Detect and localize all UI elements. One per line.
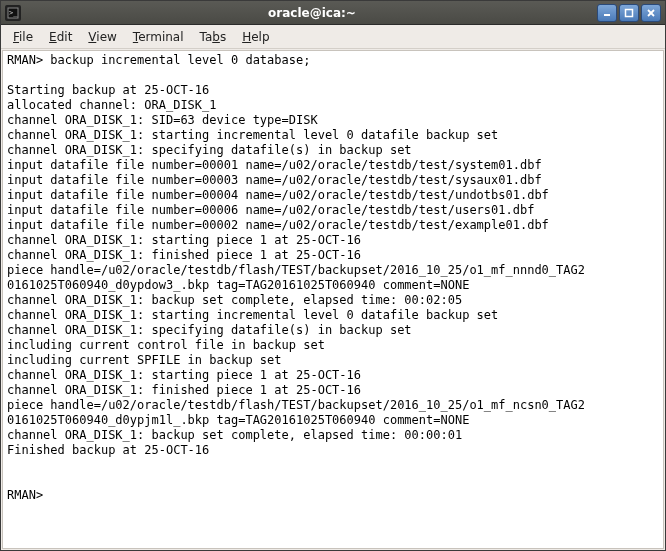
terminal-line: including current control file in backup… (7, 338, 659, 353)
terminal-line: channel ORA_DISK_1: starting incremental… (7, 308, 659, 323)
terminal-line: input datafile file number=00006 name=/u… (7, 203, 659, 218)
menu-view[interactable]: View (82, 28, 122, 46)
terminal-line: channel ORA_DISK_1: backup set complete,… (7, 293, 659, 308)
terminal-line: piece handle=/u02/oracle/testdb/flash/TE… (7, 263, 659, 278)
menu-tabs-rest: s (220, 30, 226, 44)
terminal-line: channel ORA_DISK_1: specifying datafile(… (7, 323, 659, 338)
terminal-window: >_ oracle@ica:~ File Edit View Terminal … (0, 0, 666, 551)
terminal-line: Finished backup at 25-OCT-16 (7, 443, 659, 458)
terminal-line: channel ORA_DISK_1: starting incremental… (7, 128, 659, 143)
menubar: File Edit View Terminal Tabs Help (1, 25, 665, 49)
terminal-line: input datafile file number=00003 name=/u… (7, 173, 659, 188)
terminal-line: input datafile file number=00001 name=/u… (7, 158, 659, 173)
menu-edit-rest: dit (57, 30, 73, 44)
menu-file[interactable]: File (7, 28, 39, 46)
terminal-line: input datafile file number=00002 name=/u… (7, 218, 659, 233)
terminal-line: RMAN> (7, 488, 659, 503)
terminal-line (7, 458, 659, 473)
titlebar: >_ oracle@ica:~ (1, 1, 665, 25)
menu-tabs[interactable]: Tabs (194, 28, 233, 46)
minimize-button[interactable] (597, 4, 617, 22)
terminal-line (7, 68, 659, 83)
terminal-line: allocated channel: ORA_DISK_1 (7, 98, 659, 113)
terminal-line: channel ORA_DISK_1: SID=63 device type=D… (7, 113, 659, 128)
maximize-button[interactable] (619, 4, 639, 22)
menu-help-rest: elp (251, 30, 269, 44)
window-title: oracle@ica:~ (27, 6, 597, 20)
window-controls (597, 4, 661, 22)
terminal-line: channel ORA_DISK_1: specifying datafile(… (7, 143, 659, 158)
menu-view-rest: iew (96, 30, 117, 44)
svg-text:>_: >_ (9, 9, 18, 17)
terminal-line (7, 473, 659, 488)
terminal-line: including current SPFILE in backup set (7, 353, 659, 368)
terminal-line: piece handle=/u02/oracle/testdb/flash/TE… (7, 398, 659, 413)
terminal-line: 0161025T060940_d0ypdow3_.bkp tag=TAG2016… (7, 278, 659, 293)
menu-file-rest: ile (19, 30, 33, 44)
terminal-line: channel ORA_DISK_1: starting piece 1 at … (7, 368, 659, 383)
terminal-line: input datafile file number=00004 name=/u… (7, 188, 659, 203)
app-icon: >_ (5, 5, 21, 21)
terminal-output[interactable]: RMAN> backup incremental level 0 databas… (2, 50, 664, 549)
terminal-line: channel ORA_DISK_1: finished piece 1 at … (7, 383, 659, 398)
terminal-line: 0161025T060940_d0ypjm1l_.bkp tag=TAG2016… (7, 413, 659, 428)
terminal-line: channel ORA_DISK_1: finished piece 1 at … (7, 248, 659, 263)
menu-help[interactable]: Help (236, 28, 275, 46)
terminal-line: channel ORA_DISK_1: backup set complete,… (7, 428, 659, 443)
terminal-wrap: RMAN> backup incremental level 0 databas… (1, 49, 665, 550)
close-button[interactable] (641, 4, 661, 22)
menu-terminal-rest: erminal (138, 30, 183, 44)
terminal-line: Starting backup at 25-OCT-16 (7, 83, 659, 98)
menu-edit[interactable]: Edit (43, 28, 78, 46)
terminal-line: RMAN> backup incremental level 0 databas… (7, 53, 659, 68)
svg-rect-3 (626, 9, 633, 16)
terminal-line: channel ORA_DISK_1: starting piece 1 at … (7, 233, 659, 248)
menu-terminal[interactable]: Terminal (127, 28, 190, 46)
